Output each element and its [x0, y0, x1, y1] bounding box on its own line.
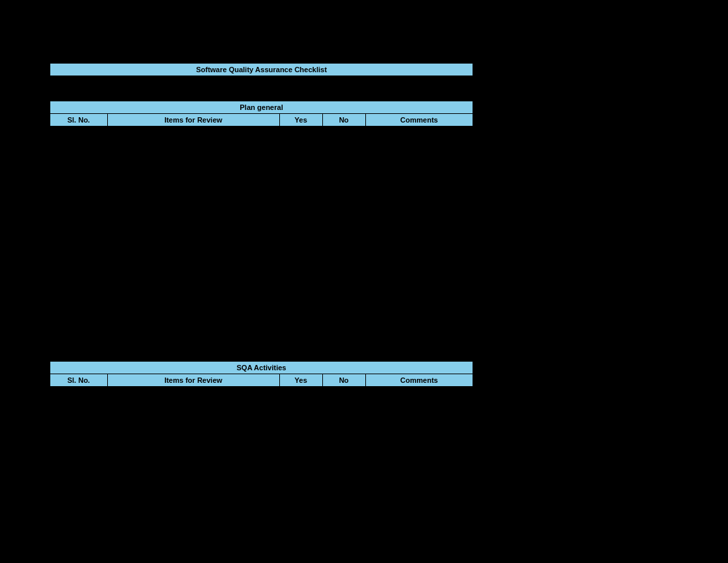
act-col-items: Items for Review	[107, 374, 279, 387]
section-header-row: Plan general	[50, 101, 473, 114]
table-row	[50, 387, 473, 399]
sqa-activities-table: SQA Activities Sl. No. Items for Review …	[50, 361, 473, 423]
project-name-label: Project Name:	[50, 76, 280, 89]
table-title: Software Quality Assurance Checklist	[50, 64, 473, 76]
col-yes: Yes	[279, 114, 322, 127]
act-col-slno: Sl. No.	[50, 374, 108, 387]
act-col-comments: Comments	[365, 374, 473, 387]
section-header-label: Plan general	[50, 101, 473, 114]
table-row	[50, 399, 473, 411]
col-slno: Sl. No.	[50, 114, 108, 127]
activities-title-row: SQA Activities	[50, 362, 473, 374]
page-container: Software Quality Assurance Checklist Pro…	[50, 63, 473, 423]
column-header-row: Sl. No. Items for Review Yes No Comments	[50, 114, 473, 127]
table-row	[50, 138, 473, 150]
col-no: No	[322, 114, 365, 127]
date-label: Date:	[50, 89, 280, 101]
project-name-row: Project Name:	[50, 76, 473, 89]
act-col-yes: Yes	[279, 374, 322, 387]
act-col-no: No	[322, 374, 365, 387]
sqa-checklist-table: Software Quality Assurance Checklist Pro…	[50, 63, 473, 162]
date-row: Date:	[50, 89, 473, 101]
table-row	[50, 150, 473, 162]
activities-column-header-row: Sl. No. Items for Review Yes No Comments	[50, 374, 473, 387]
col-items: Items for Review	[107, 114, 279, 127]
col-comments: Comments	[365, 114, 473, 127]
table-row	[50, 127, 473, 138]
date-value[interactable]	[279, 89, 473, 101]
table-row	[50, 411, 473, 423]
activities-title: SQA Activities	[50, 362, 473, 374]
table-title-row: Software Quality Assurance Checklist	[50, 64, 473, 76]
project-name-value[interactable]	[279, 76, 473, 89]
